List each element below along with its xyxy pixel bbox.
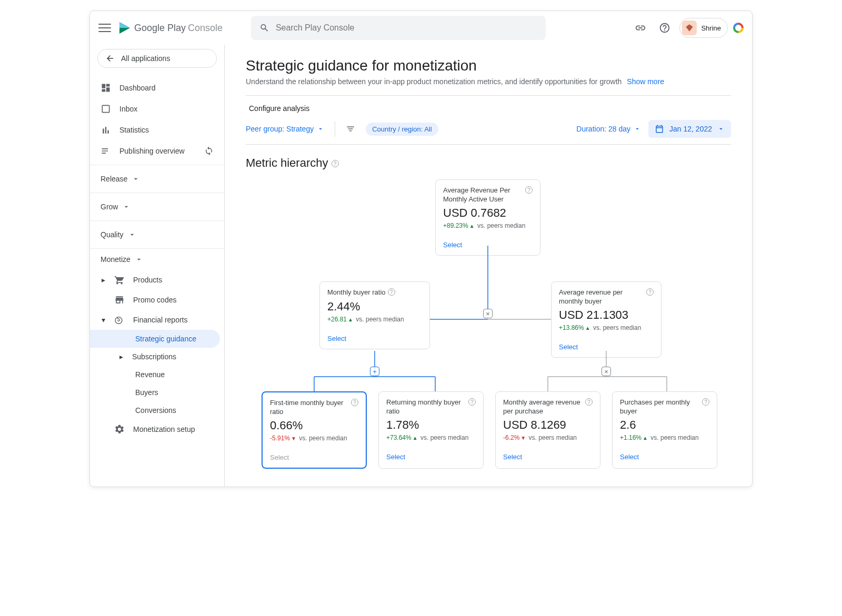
nav-label: Monetization setup: [133, 425, 195, 433]
help-icon[interactable]: [655, 18, 674, 37]
region-chip[interactable]: Country / region: All: [366, 123, 438, 136]
help-tooltip-icon[interactable]: ?: [585, 398, 593, 406]
nav-label: Financial reports: [133, 316, 188, 324]
help-tooltip-icon[interactable]: ?: [468, 398, 476, 406]
help-tooltip-icon[interactable]: ?: [332, 160, 339, 167]
card-title: Purchases per monthly buyer ?: [620, 398, 709, 416]
help-tooltip-icon[interactable]: ?: [388, 288, 395, 296]
help-tooltip-icon[interactable]: ?: [351, 399, 358, 406]
peer-group-selector[interactable]: Peer group: Strategy: [246, 125, 324, 133]
nav-label: Dashboard: [119, 84, 156, 92]
card-title: Returning monthly buyer ratio ?: [386, 398, 476, 416]
card-delta: +26.81▲ vs. peers median: [327, 316, 422, 323]
card-title: Monthly average revenue per purchase ?: [503, 398, 593, 416]
card-select-link[interactable]: Select: [443, 241, 533, 249]
main-content: Strategic guidance for monetization Unde…: [225, 45, 752, 487]
connector: [374, 351, 375, 368]
nav-revenue[interactable]: Revenue: [90, 366, 224, 383]
nav-section-label: Grow: [101, 203, 118, 211]
nav-buyers[interactable]: Buyers: [90, 383, 224, 401]
app-selector-chip[interactable]: Shrine: [679, 18, 728, 38]
card-arpmau: Average Revenue Per Monthly Active User …: [435, 179, 540, 256]
card-value: 2.6: [620, 418, 709, 432]
logo-text-primary: Google Play: [134, 23, 186, 34]
nav-promo[interactable]: Promo codes: [90, 290, 224, 310]
nav-label: Buyers: [135, 388, 158, 397]
card-select-link[interactable]: Select: [620, 453, 709, 461]
configure-analysis-label: Configure analysis: [246, 96, 731, 118]
nav-dashboard[interactable]: Dashboard: [90, 77, 224, 98]
back-label: All applications: [121, 54, 170, 63]
card-delta: +73.64%▲ vs. peers median: [386, 434, 476, 441]
nav-grow-header[interactable]: Grow: [90, 196, 224, 217]
nav-section-label: Monetize: [101, 255, 131, 264]
publishing-icon: [101, 146, 111, 156]
nav-financial[interactable]: ▾ Financial reports: [90, 310, 224, 330]
card-select-link[interactable]: Select: [386, 453, 476, 461]
link-icon[interactable]: [631, 18, 650, 37]
card-arpmb: Average revenue per monthly buyer ? USD …: [551, 281, 661, 358]
nav-label: Promo codes: [133, 296, 176, 304]
calendar-icon: [655, 124, 664, 134]
duration-selector[interactable]: Duration: 28 day: [576, 125, 641, 133]
search-input[interactable]: [276, 23, 537, 33]
card-delta: +13.86%▲ vs. peers median: [559, 324, 654, 331]
connector: [487, 246, 488, 315]
search-bar[interactable]: [251, 16, 546, 40]
search-icon: [259, 23, 269, 33]
card-monthly-arpp: Monthly average revenue per purchase ? U…: [495, 391, 600, 469]
store-icon: [114, 295, 125, 305]
card-select-link: Select: [270, 453, 358, 461]
nav-strategic-guidance[interactable]: Strategic guidance: [90, 330, 220, 348]
nav-products[interactable]: ▸ Products: [90, 270, 224, 290]
nav-release-header[interactable]: Release: [90, 168, 224, 189]
nav-conversions[interactable]: Conversions: [90, 401, 224, 419]
logo-text-secondary: Console: [188, 23, 223, 34]
metric-tree: Average Revenue Per Monthly Active User …: [246, 174, 731, 469]
chevron-down-icon: [132, 175, 140, 183]
help-tooltip-icon[interactable]: ?: [702, 398, 709, 406]
card-ppmb: Purchases per monthly buyer ? 2.6 +1.16%…: [612, 391, 717, 469]
caret-down-icon: ▾: [101, 316, 106, 324]
card-value: 2.44%: [327, 300, 422, 314]
chevron-down-icon: [128, 230, 136, 239]
nav-monetization-setup[interactable]: Monetization setup: [90, 419, 224, 439]
nav-publishing[interactable]: Publishing overview: [90, 140, 224, 161]
help-tooltip-icon[interactable]: ?: [525, 186, 533, 194]
filter-icon[interactable]: [346, 124, 355, 134]
nav-monetize-header[interactable]: Monetize: [90, 249, 224, 270]
nav-inbox[interactable]: Inbox: [90, 98, 224, 119]
card-title: First-time monthly buyer ratio ?: [270, 399, 358, 417]
card-value: USD 21.1303: [559, 308, 654, 322]
date-label: Jan 12, 2022: [669, 125, 712, 133]
product-logo[interactable]: Google Play Console: [119, 22, 223, 34]
cart-icon: [114, 275, 125, 285]
card-select-link[interactable]: Select: [559, 343, 654, 351]
leaf-row: First-time monthly buyer ratio ? 0.66% -…: [262, 391, 752, 469]
divider-vertical: [335, 121, 335, 137]
nav-label: Inbox: [119, 105, 137, 113]
nav-label: Products: [133, 276, 162, 284]
show-more-link[interactable]: Show more: [627, 77, 664, 86]
nav-statistics[interactable]: Statistics: [90, 119, 224, 140]
dropdown-arrow-icon: [717, 125, 725, 133]
menu-icon[interactable]: [98, 22, 111, 34]
card-delta: +89.23%▲ vs. peers median: [443, 222, 533, 229]
card-title: Average revenue per monthly buyer ?: [559, 288, 654, 306]
topbar-right: Shrine: [631, 18, 744, 38]
help-tooltip-icon[interactable]: ?: [646, 288, 654, 296]
date-selector[interactable]: Jan 12, 2022: [648, 120, 731, 138]
nav-section-label: Quality: [101, 230, 124, 239]
card-select-link[interactable]: Select: [503, 453, 593, 461]
duration-label: Duration: 28 day: [576, 125, 630, 133]
dropdown-arrow-icon: [317, 125, 324, 133]
back-all-apps[interactable]: All applications: [97, 49, 217, 68]
body-layout: All applications Dashboard Inbox Statist…: [90, 45, 752, 487]
nav-subscriptions[interactable]: ▸ Subscriptions: [90, 348, 224, 366]
nav-section-label: Release: [101, 175, 127, 183]
nav-grow-section: Grow: [90, 193, 224, 221]
nav-label: Statistics: [119, 126, 149, 134]
card-select-link[interactable]: Select: [327, 335, 422, 342]
google-account-icon[interactable]: [733, 23, 744, 33]
nav-quality-header[interactable]: Quality: [90, 224, 224, 245]
